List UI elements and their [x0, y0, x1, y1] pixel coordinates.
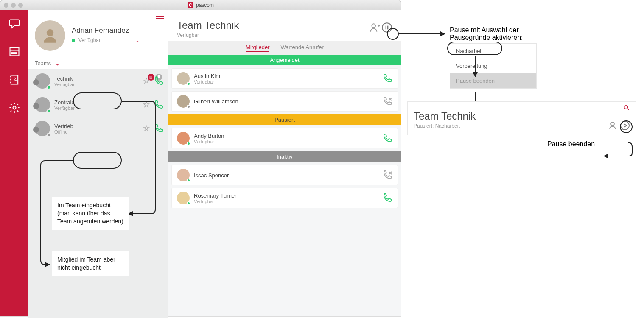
team-status: Verfügbar	[177, 32, 239, 38]
minimize-icon[interactable]	[11, 3, 16, 8]
member-name: Rosemary Turner	[194, 192, 236, 199]
search-icon[interactable]	[623, 104, 630, 113]
svg-point-25	[624, 106, 628, 109]
favorite-icon[interactable]	[143, 77, 150, 85]
svg-rect-4	[11, 75, 17, 84]
pause-end-option[interactable]: Pause beenden	[450, 73, 536, 88]
team-title: Team Technik	[414, 110, 630, 122]
avatar	[177, 132, 190, 145]
traffic-lights[interactable]	[4, 3, 23, 8]
profile-block: Adrian Fernandez Verfügbar ⌄	[28, 10, 168, 55]
window-title: C pascom	[188, 2, 214, 8]
team-status: Pausiert: Nacharbeit	[414, 123, 630, 129]
member-row[interactable]: Austin Kim Verfügbar	[172, 69, 398, 88]
svg-point-9	[47, 29, 54, 36]
avatar	[177, 72, 190, 85]
member-row[interactable]: Rosemary Turner Verfügbar	[172, 188, 398, 208]
svg-point-8	[13, 106, 16, 109]
close-icon[interactable]	[4, 3, 8, 8]
call-icon[interactable]	[382, 73, 392, 84]
svg-line-26	[627, 109, 629, 110]
teams-pane: Adrian Fernandez Verfügbar ⌄ Teams ⌄ ▤ ≣…	[28, 10, 168, 316]
member-name: Austin Kim	[194, 73, 220, 79]
chevron-down-icon: ⌄	[135, 37, 140, 43]
profile-name: Adrian Fernandez	[72, 26, 140, 35]
team-name: Technik	[54, 75, 75, 82]
member-name: Gilbert Williamson	[194, 98, 238, 105]
annotation-oval	[387, 28, 399, 40]
teams-section-header[interactable]: Teams ⌄	[28, 55, 168, 69]
avatar	[177, 192, 190, 204]
team-status: Verfügbar	[54, 82, 75, 87]
profile-status-select[interactable]: Verfügbar ⌄	[72, 37, 140, 45]
annotation-booked: Im Team eingebucht (man kann über das Te…	[52, 197, 129, 230]
login-team-icon[interactable]	[609, 120, 619, 131]
status-available-icon	[72, 39, 75, 42]
pause-reason-option[interactable]: Vorbereitung	[450, 59, 536, 73]
annotation-arrow	[399, 30, 458, 38]
call-unavailable-icon[interactable]	[382, 170, 392, 180]
call-icon[interactable]	[382, 193, 392, 203]
annotation-arrow	[602, 142, 636, 159]
team-title: Team Technik	[177, 20, 239, 31]
nav-sidebar	[0, 10, 28, 316]
svg-point-12	[372, 24, 375, 28]
tab-members[interactable]: Mitglieder	[246, 44, 269, 52]
team-detail-pane: Team Technik Verfügbar Mitglieder Warten…	[168, 10, 401, 316]
journal-icon[interactable]	[8, 46, 20, 59]
app-window: Adrian Fernandez Verfügbar ⌄ Teams ⌄ ▤ ≣…	[0, 10, 401, 317]
chat-icon[interactable]	[8, 18, 20, 31]
member-name: Issac Spencer	[194, 172, 229, 179]
annotation-not-booked: Mitglied im Team aber nicht eingebucht	[52, 251, 129, 276]
expand-handle-icon[interactable]	[156, 14, 164, 20]
team-tabs: Mitglieder Wartende Anrufer	[168, 41, 401, 55]
member-status: Verfügbar	[194, 79, 220, 84]
avatar	[177, 95, 190, 108]
avatar	[177, 169, 190, 181]
section-loggedin: Angemeldet	[168, 55, 401, 65]
svg-point-27	[611, 122, 614, 126]
call-icon[interactable]	[382, 133, 392, 143]
section-paused: Pausiert	[168, 114, 401, 125]
member-row[interactable]: Andy Burton Verfügbar	[172, 128, 398, 148]
annotation-oval	[620, 120, 633, 133]
phonebook-icon[interactable]	[8, 74, 20, 87]
zoom-icon[interactable]	[18, 3, 23, 8]
section-inactive: Inaktiv	[168, 151, 401, 162]
member-status: Verfügbar	[194, 199, 236, 204]
member-row[interactable]: Issac Spencer	[172, 165, 398, 185]
window-title-text: pascom	[196, 2, 214, 8]
team-header-paused: Team Technik Pausiert: Nacharbeit	[407, 101, 636, 135]
member-name: Andy Burton	[194, 133, 224, 139]
annotation-oval	[447, 42, 502, 55]
team-header: Team Technik Verfügbar	[168, 10, 401, 41]
login-team-icon[interactable]	[370, 22, 381, 33]
avatar	[35, 20, 65, 51]
explanation-column: Pause mit Auswahl der Pausegründe aktivi…	[407, 0, 636, 148]
member-status: Verfügbar	[194, 139, 224, 144]
tab-waiting[interactable]: Wartende Anrufer	[280, 44, 323, 52]
call-unavailable-icon[interactable]	[382, 96, 392, 106]
call-icon[interactable]	[154, 76, 164, 86]
profile-status-text: Verfügbar	[78, 37, 101, 43]
member-row[interactable]: Gilbert Williamson	[172, 92, 398, 111]
annotation-arrow	[471, 56, 479, 81]
svg-rect-0	[10, 48, 19, 56]
app-logo-icon: C	[188, 2, 193, 8]
settings-icon[interactable]	[8, 102, 20, 115]
pause-heading: Pause mit Auswahl der Pausegründe aktivi…	[450, 26, 560, 42]
teams-section-label: Teams	[35, 60, 51, 67]
chevron-down-icon: ⌄	[55, 60, 60, 67]
window-titlebar: C pascom	[0, 0, 401, 10]
